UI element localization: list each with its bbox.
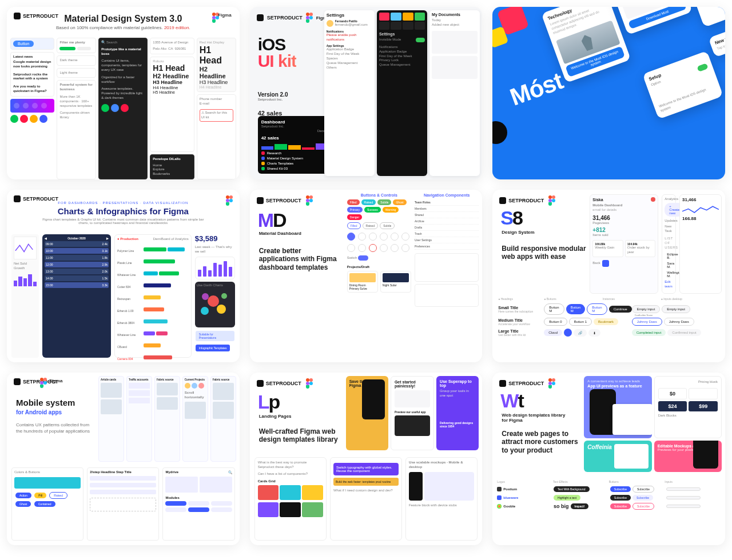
input[interactable]: Empty input [662, 305, 690, 313]
feature-item: More than 1K components · 160+ responsiv… [59, 95, 93, 108]
bottom-nav[interactable] [10, 99, 54, 113]
brand-mark: SETPRODUCT [499, 378, 555, 389]
button[interactable]: Bookmark [594, 318, 618, 325]
card-label[interactable]: Dining Room Primary Solve [349, 283, 367, 290]
news-item[interactable]: Google material design now looks promisi… [13, 60, 51, 69]
list-item[interactable]: Queue Management [379, 63, 425, 67]
chip[interactable]: Ghost [393, 199, 406, 205]
card-ios-ui-kit[interactable]: SETPRODUCT Figma iOSUI kit Version 2.0Se… [250, 7, 483, 179]
nav-item[interactable]: Trash [415, 231, 479, 237]
list-item[interactable]: Charts Templates [267, 162, 294, 165]
form-field[interactable]: 1355 Avenue of Design [153, 41, 191, 45]
list-item[interactable]: First Day of the Week [379, 54, 425, 59]
card-s8-design-system[interactable]: SETPRODUCT S8 Design System Build respon… [492, 190, 725, 362]
type-h4: H4 Headline [200, 85, 233, 89]
button[interactable]: Subscribe [632, 486, 654, 493]
menu-item[interactable]: Explore [153, 167, 191, 172]
card-label[interactable]: Night Solar [383, 283, 397, 287]
font-label: Red Hat Display [200, 41, 233, 45]
card-material-design-system[interactable]: SETPRODUCT Figma Material Design System … [7, 7, 240, 179]
button[interactable]: Button M [544, 303, 564, 315]
tag-button[interactable]: Suitable for Presentations [196, 331, 234, 341]
list-item[interactable]: New Task [665, 225, 673, 234]
tag-button[interactable]: Infographic Templates [196, 345, 230, 351]
card-title: Charts & Infographics for Figma [7, 206, 240, 216]
news-item[interactable]: Setproduct rocks the market with a syste… [13, 73, 51, 82]
panel: Colors & Buttons Action Pill Raised Ghos… [11, 467, 83, 541]
chip[interactable]: Pill [34, 493, 46, 498]
search-label[interactable]: Search [106, 41, 117, 44]
icon-row [347, 233, 411, 241]
chip[interactable]: Raised [49, 492, 67, 499]
phone-previews: Settings Fernando Patillofernando@gmail.… [324, 10, 480, 176]
search-input[interactable]: ⚠ Search for this UI kit [200, 109, 233, 122]
list-item[interactable]: Research [267, 151, 282, 155]
list-item[interactable]: Spaces [327, 57, 372, 61]
chip[interactable]: Action [15, 493, 31, 498]
card-most[interactable]: Móst Technology Lorem ipsum dolor sit am… [492, 7, 725, 179]
nav-item[interactable]: Archive [415, 218, 479, 225]
button[interactable]: Subscribe [632, 495, 653, 501]
back-button[interactable]: Back [592, 261, 600, 266]
button[interactable]: Subscribe [632, 503, 654, 510]
nav-item[interactable]: Drafts [415, 225, 479, 231]
menu-item[interactable]: Phone number [200, 97, 233, 102]
card-tagline: Build responsive modular web apps with e… [502, 245, 587, 261]
nav-item[interactable]: Members [415, 206, 479, 212]
card-charts-infographics[interactable]: SETPRODUCT FOR DASHBOARDS · PRESENTATION… [7, 190, 240, 362]
menu-item[interactable]: Home [153, 163, 191, 168]
list-item[interactable]: Shared Kit 03 [267, 167, 288, 170]
user-row[interactable]: Sara M. [667, 262, 674, 269]
chip[interactable]: Warning [383, 207, 399, 213]
button[interactable]: Continue [609, 306, 632, 313]
input[interactable]: Johnny Does [664, 318, 694, 326]
button[interactable]: Subscribe [610, 503, 631, 509]
news-item[interactable]: Are you ready to quickstart in Figma? [13, 85, 51, 94]
chip[interactable]: Danger [347, 214, 362, 220]
card-web-templates[interactable]: SETPRODUCT Wt Web design templates libra… [492, 373, 725, 545]
list-item[interactable]: Privacy Lock [379, 58, 425, 63]
chip[interactable]: Subtle [377, 199, 391, 205]
card-landing-pages[interactable]: SETPRODUCT Lp Landing Pages Well-crafted… [250, 373, 483, 545]
font-label: Roboto [153, 59, 191, 64]
chip[interactable]: Filled [347, 199, 360, 205]
button[interactable]: Cloud [544, 329, 562, 336]
user-row[interactable]: Eclipse B. [667, 253, 678, 259]
input[interactable]: Confirmed input [667, 329, 701, 336]
chip[interactable]: Raised [361, 199, 376, 205]
chip[interactable]: Filled [347, 222, 361, 229]
chip[interactable]: Success [364, 207, 381, 213]
button[interactable]: Button M [587, 303, 607, 315]
menu-item[interactable]: Bookmarks [153, 172, 191, 177]
list-item[interactable]: Application Badge [379, 50, 425, 54]
card-mobile-system[interactable]: SETPRODUCT Figma Mobile system for Andro… [7, 373, 240, 545]
list-item[interactable]: First Day of the Week [327, 52, 372, 57]
menu-item[interactable]: E-mail [200, 102, 233, 106]
chip[interactable]: Subtle [380, 222, 395, 229]
input[interactable]: Empty input [632, 305, 661, 313]
nav-item[interactable]: Preferences [415, 243, 479, 250]
nav-item[interactable]: User Settings [415, 237, 479, 243]
button[interactable]: Subscribe [610, 486, 631, 492]
button[interactable]: Subscribe [610, 495, 631, 501]
chip[interactable]: Primary [347, 207, 363, 213]
list-item[interactable]: Updates [665, 219, 673, 223]
chip[interactable]: Contained [34, 501, 55, 507]
chip[interactable]: Raised [363, 222, 379, 229]
link[interactable]: Edit team [665, 280, 673, 289]
card-material-dashboard[interactable]: SETPRODUCT MD Material Dashboard Create … [250, 190, 483, 362]
list-item[interactable]: Queue Management [327, 61, 372, 66]
tab[interactable]: Analytics [665, 197, 678, 201]
chip[interactable]: Ghost [15, 501, 31, 507]
nav-item[interactable]: Shared [415, 212, 479, 218]
button-chip[interactable]: Button [13, 41, 34, 47]
button[interactable]: Button M [566, 304, 585, 314]
input[interactable]: Completed input [632, 329, 666, 336]
list-item[interactable]: Application Badge [327, 47, 372, 52]
list-item[interactable]: Added new object [432, 23, 478, 27]
nav-item[interactable]: Team Roles [415, 199, 479, 206]
list-item[interactable]: Others [327, 66, 372, 70]
list-item[interactable]: Material Design System [267, 157, 303, 160]
figma-label: Figma [218, 13, 232, 18]
list-item[interactable]: Invisible Mode [379, 38, 401, 42]
